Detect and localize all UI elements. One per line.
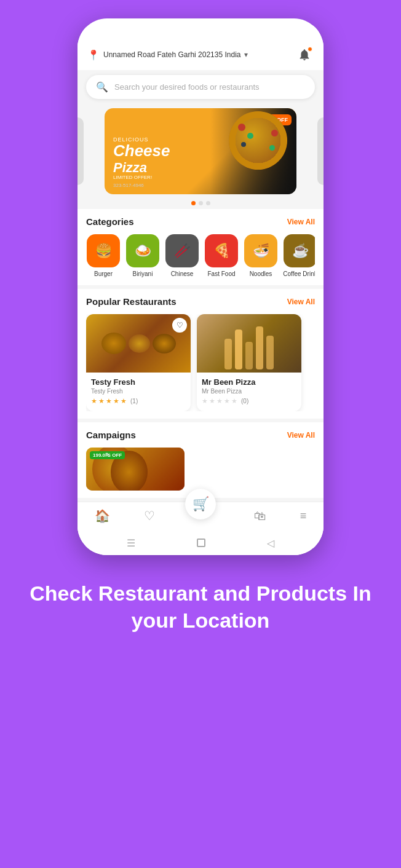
category-biriyani[interactable]: 🍛 Biriyani xyxy=(125,234,160,278)
restaurant-card-mr-been-pizza[interactable]: Mr Been Pizza Mr Been Pizza ★ ★ ★ ★ ★ (0… xyxy=(197,314,301,411)
dot-3[interactable] xyxy=(206,201,210,205)
banner-area: Save 50% OFF Delicious xyxy=(77,105,324,197)
banner-dots xyxy=(77,201,324,205)
menu-btn-icon[interactable]: ☰ xyxy=(127,537,135,549)
review-count-2: (0) xyxy=(241,398,248,404)
restaurants-view-all[interactable]: View All xyxy=(287,298,315,306)
restaurants-section: Popular Restaurants View All xyxy=(77,289,324,419)
nav-menu[interactable]: ≡ xyxy=(300,510,307,523)
coffee-label: Coffee Drink xyxy=(283,270,315,278)
restaurants-row: ♡ Testy Fresh Testy Fresh ★ ★ ★ ★ ★ (1) xyxy=(86,314,315,411)
banner-sub-text: Limited Offer! xyxy=(113,175,288,180)
star-5: ★ xyxy=(121,397,127,405)
banner-main-text: Cheese Pizza xyxy=(113,143,288,175)
search-placeholder: Search your desired foods or restaurants xyxy=(114,82,260,92)
category-chinese[interactable]: 🥢 Chinese xyxy=(165,234,199,278)
back-btn-icon[interactable]: ◁ xyxy=(267,537,274,549)
noodles-label: Noodles xyxy=(250,270,272,278)
home-btn-square[interactable] xyxy=(197,539,205,547)
burger-label: Burger xyxy=(94,270,113,278)
dot-2[interactable] xyxy=(199,201,203,205)
restaurants-title: Popular Restaurants xyxy=(86,296,177,307)
categories-title: Categories xyxy=(86,216,134,227)
biriyani-icon: 🍛 xyxy=(126,234,159,267)
campaigns-header: Campaigns View All xyxy=(86,430,315,440)
restaurant-info: Testy Fresh Testy Fresh ★ ★ ★ ★ ★ (1) xyxy=(86,373,191,411)
testy-fresh-image: ♡ xyxy=(86,314,191,373)
nav-orders[interactable]: 🛍 xyxy=(254,509,266,523)
campaigns-section: Campaigns View All 199.0₨ OFF xyxy=(77,422,324,498)
chinese-icon: 🥢 xyxy=(165,234,199,267)
banner-right-stub xyxy=(317,117,324,185)
notification-badge xyxy=(308,47,312,52)
restaurants-header: Popular Restaurants View All xyxy=(86,296,315,307)
categories-header: Categories View All xyxy=(86,216,315,227)
fastfood-label: Fast Food xyxy=(207,270,235,278)
stars-row: ★ ★ ★ ★ ★ (1) xyxy=(91,397,186,405)
restaurant-sub: Testy Fresh xyxy=(91,388,186,395)
biriyani-label: Biriyani xyxy=(133,270,153,278)
location-chevron-icon: ▾ xyxy=(244,50,248,59)
star-e5: ★ xyxy=(231,397,237,405)
star-1: ★ xyxy=(91,397,97,405)
mr-been-pizza-image xyxy=(197,314,301,373)
banner-card[interactable]: Save 50% OFF Delicious xyxy=(105,108,296,194)
interior-image-bg xyxy=(197,314,301,373)
location-address: Unnamed Road Fateh Garhi 202135 India xyxy=(103,50,240,59)
banner-left-stub xyxy=(77,117,84,185)
phone-top-bar xyxy=(77,27,324,39)
campaign-badge: 199.0₨ OFF xyxy=(90,451,125,459)
coffee-icon: ☕ xyxy=(284,234,315,267)
nav-home[interactable]: 🏠 xyxy=(95,508,110,523)
phone-shell: 📍 Unnamed Road Fateh Garhi 202135 India … xyxy=(77,18,324,555)
location-left[interactable]: 📍 Unnamed Road Fateh Garhi 202135 India … xyxy=(87,49,248,61)
campaigns-title: Campaigns xyxy=(86,430,136,440)
category-burger[interactable]: 🍔 Burger xyxy=(86,234,121,278)
promo-text: Check Restaurant and Products In your Lo… xyxy=(18,580,383,634)
restaurant-name-2: Mr Been Pizza xyxy=(202,377,296,387)
campaign-card[interactable]: 199.0₨ OFF xyxy=(86,448,185,491)
notification-bell-button[interactable] xyxy=(295,45,314,64)
star-e2: ★ xyxy=(209,397,215,405)
categories-view-all[interactable]: View All xyxy=(287,218,315,226)
burger-icon: 🍔 xyxy=(87,234,120,267)
category-coffee[interactable]: ☕ Coffee Drink xyxy=(283,234,315,278)
search-bar[interactable]: 🔍 Search your desired foods or restauran… xyxy=(86,75,315,99)
chinese-label: Chinese xyxy=(171,270,194,278)
app-content: 📍 Unnamed Road Fateh Garhi 202135 India … xyxy=(77,39,324,555)
review-count: (1) xyxy=(130,398,138,404)
star-e4: ★ xyxy=(224,397,230,405)
star-4: ★ xyxy=(113,397,119,405)
phone-bottom-bar: ☰ ◁ xyxy=(77,531,324,555)
nav-favorites[interactable]: ♡ xyxy=(144,508,155,523)
location-bar: 📍 Unnamed Road Fateh Garhi 202135 India … xyxy=(77,39,324,70)
bottom-nav: 🛒 🏠 ♡ 🛍 ≡ xyxy=(77,502,324,531)
restaurant-sub-2: Mr Been Pizza xyxy=(202,388,296,395)
search-icon: 🔍 xyxy=(96,81,108,93)
star-3: ★ xyxy=(106,397,112,405)
favorite-button[interactable]: ♡ xyxy=(172,318,187,333)
cart-fab-button[interactable]: 🛒 xyxy=(185,489,216,519)
promo-section: Check Restaurant and Products In your Lo… xyxy=(0,555,401,658)
banner-phone: 323-517-4946 xyxy=(113,183,288,188)
fastfood-icon: 🍕 xyxy=(205,234,238,267)
star-2: ★ xyxy=(98,397,105,405)
campaigns-view-all[interactable]: View All xyxy=(287,431,315,440)
category-fastfood[interactable]: 🍕 Fast Food xyxy=(204,234,239,278)
star-e3: ★ xyxy=(216,397,223,405)
categories-row: 🍔 Burger 🍛 Biriyani 🥢 Chinese 🍕 Fast Foo… xyxy=(86,234,315,278)
banner-cursive: Pizza xyxy=(113,160,147,175)
dot-1[interactable] xyxy=(191,201,196,205)
restaurant-card-testy-fresh[interactable]: ♡ Testy Fresh Testy Fresh ★ ★ ★ ★ ★ (1) xyxy=(86,314,191,411)
restaurant-info-2: Mr Been Pizza Mr Been Pizza ★ ★ ★ ★ ★ (0… xyxy=(197,373,301,411)
categories-section: Categories View All 🍔 Burger 🍛 Biriyani … xyxy=(77,209,324,285)
location-pin-icon: 📍 xyxy=(87,49,100,61)
noodles-icon: 🍜 xyxy=(244,234,277,267)
category-noodles[interactable]: 🍜 Noodles xyxy=(244,234,278,278)
stars-row-2: ★ ★ ★ ★ ★ (0) xyxy=(202,397,296,405)
restaurant-name: Testy Fresh xyxy=(91,377,186,387)
star-e1: ★ xyxy=(202,397,208,405)
